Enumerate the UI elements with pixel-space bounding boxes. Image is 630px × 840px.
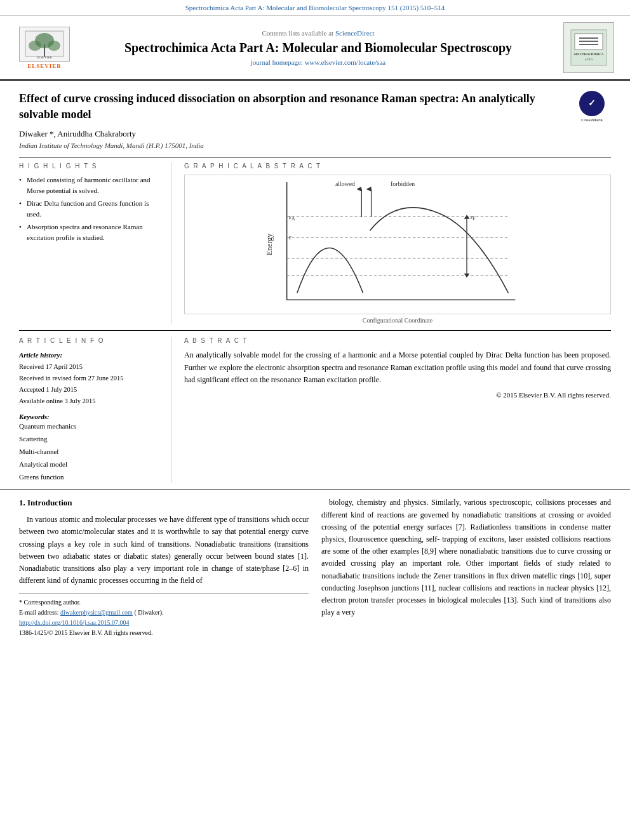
email-label: E-mail address: [19, 609, 58, 616]
svg-rect-13 [259, 175, 536, 314]
svg-text:Energy: Energy [265, 234, 274, 255]
keywords-label: Keywords: [19, 413, 158, 420]
corresponding-author-note: * Corresponding author. [19, 597, 309, 608]
journal-citation-bar: Spectrochimica Acta Part A: Molecular an… [0, 0, 630, 16]
journal-title: Spectrochimica Acta Part A: Molecular an… [86, 39, 550, 56]
abstract-copyright: © 2015 Elsevier B.V. All rights reserved… [184, 391, 611, 399]
highlights-section: H I G H L I G H T S Model consisting of … [19, 163, 171, 324]
sciencedirect-anchor[interactable]: ScienceDirect [335, 29, 375, 37]
intro-right-paragraph: biology, chemistry and physics. Similarl… [321, 497, 611, 618]
crossmark-label: CrossMark [573, 117, 611, 124]
body-columns: 1. Introduction In various atomic and mo… [19, 497, 611, 638]
accepted-date: Accepted 1 July 2015 [19, 384, 158, 396]
divider-1 [19, 157, 611, 157]
elsevier-label: ELSEVIER [27, 63, 62, 69]
available-date: Available online 3 July 2015 [19, 396, 158, 407]
main-body: 1. Introduction In various atomic and mo… [0, 490, 630, 644]
intro-heading: 1. Introduction [19, 497, 309, 510]
authors: Diwaker *, Aniruddha Chakraborty [19, 129, 611, 139]
email-note: E-mail address: diwakerphysics@gmail.com… [19, 608, 309, 618]
email-link[interactable]: diwakerphysics@gmail.com [60, 609, 133, 616]
journal-header: ELSEVIER ELSEVIER Contents lists availab… [0, 16, 630, 81]
spectrochimica-badge: SPECTROCHIMICA ACTA [563, 22, 614, 73]
affiliation: Indian Institute of Technology Mandi, Ma… [19, 142, 611, 149]
graphical-abstract-section: G R A P H I C A L A B S T R A C T Energy [171, 163, 611, 324]
body-right-col: biology, chemistry and physics. Similarl… [321, 497, 611, 638]
email-suffix: ( Diwaker). [134, 609, 163, 616]
article-info-abstract-section: A R T I C L E I N F O Article history: R… [19, 330, 611, 483]
svg-text:ELSEVIER: ELSEVIER [37, 56, 52, 59]
crossmark-icon: ✓ [579, 91, 605, 116]
svg-text:ε: ε [289, 234, 292, 241]
article-history-label: Article history: [19, 349, 158, 361]
received-date: Received 17 April 2015 [19, 361, 158, 373]
paper-title-container: Effect of curve crossing induced dissoci… [19, 91, 611, 123]
highlight-item-3: Absorption spectra and resonance Raman e… [19, 222, 158, 243]
doi-link[interactable]: http://dx.doi.org/10.1016/j.saa.2015.07.… [19, 619, 129, 626]
journal-center: Contents lists available at ScienceDirec… [86, 29, 550, 66]
abstract-text: An analytically solvable model for the c… [184, 349, 611, 386]
keyword-1: Quantum mechanics [19, 420, 158, 433]
spectrochimica-badge-area: SPECTROCHIMICA ACTA [560, 22, 617, 73]
highlights-list: Model consisting of harmonic oscillator … [19, 175, 158, 243]
keyword-5: Greens function [19, 471, 158, 484]
svg-text:allowed: allowed [335, 181, 355, 188]
graphical-abstract-image: Energy [184, 175, 611, 314]
revised-date: Received in revised form 27 June 2015 [19, 373, 158, 384]
keywords-list: Quantum mechanics Scattering Multi-chann… [19, 420, 158, 483]
highlights-heading: H I G H L I G H T S [19, 163, 158, 170]
intro-left-paragraph: In various atomic and molecular processe… [19, 514, 309, 587]
svg-point-3 [29, 41, 41, 51]
highlight-item-2: Dirac Delta function and Greens function… [19, 198, 158, 219]
sciencedirect-link: Contents lists available at ScienceDirec… [86, 29, 550, 37]
journal-homepage: journal homepage: www.elsevier.com/locat… [86, 58, 550, 66]
article-info-heading: A R T I C L E I N F O [19, 337, 158, 344]
svg-point-4 [48, 41, 60, 51]
svg-text:SPECTROCHIMICA: SPECTROCHIMICA [574, 53, 604, 56]
elsevier-logo-area: ELSEVIER ELSEVIER [13, 27, 76, 69]
paper-title: Effect of curve crossing induced dissoci… [19, 92, 535, 121]
crossmark-badge: ✓ CrossMark [573, 91, 611, 124]
doi-link-container: http://dx.doi.org/10.1016/j.saa.2015.07.… [19, 618, 309, 628]
journal-citation: Spectrochimica Acta Part A: Molecular an… [185, 4, 445, 11]
keyword-2: Scattering [19, 433, 158, 446]
paper-section: Effect of curve crossing induced dissoci… [0, 81, 630, 483]
body-left-col: 1. Introduction In various atomic and mo… [19, 497, 309, 638]
graph-caption: Configurational Coordinate [184, 317, 611, 324]
svg-text:forbidden: forbidden [391, 181, 415, 188]
highlight-item-1: Model consisting of harmonic oscillator … [19, 175, 158, 196]
svg-text:ACTA: ACTA [584, 58, 593, 61]
abstract-section: A B S T R A C T An analytically solvable… [171, 337, 611, 483]
keywords-section: Keywords: Quantum mechanics Scattering M… [19, 413, 158, 483]
highlights-graphical-section: H I G H L I G H T S Model consisting of … [19, 163, 611, 324]
authors-text: Diwaker *, Aniruddha Chakraborty [19, 129, 136, 138]
keyword-4: Analytical model [19, 458, 158, 471]
abstract-heading: A B S T R A C T [184, 337, 611, 344]
elsevier-tree-logo: ELSEVIER [19, 27, 70, 62]
issn-note: 1386-1425/© 2015 Elsevier B.V. All right… [19, 628, 309, 638]
keyword-3: Multi-channel [19, 446, 158, 458]
article-history: Article history: Received 17 April 2015 … [19, 349, 158, 406]
article-info-left: A R T I C L E I N F O Article history: R… [19, 337, 171, 483]
footer-note: * Corresponding author. E-mail address: … [19, 593, 309, 638]
graphical-abstract-heading: G R A P H I C A L A B S T R A C T [184, 163, 611, 170]
